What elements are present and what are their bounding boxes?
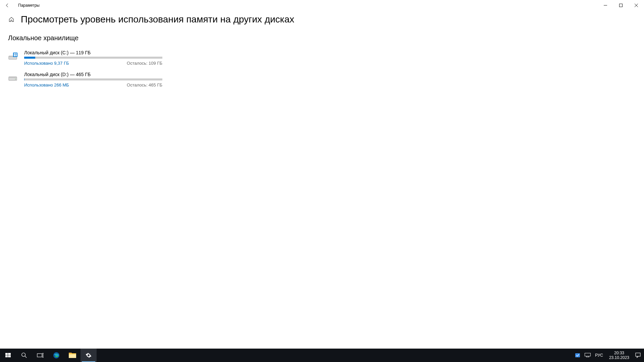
minimize-button[interactable]: [598, 0, 613, 11]
svg-rect-16: [5, 355, 8, 357]
svg-rect-28: [585, 353, 590, 356]
section-title: Локальное хранилище: [8, 34, 636, 42]
svg-rect-10: [15, 55, 17, 56]
tray-notifications-icon[interactable]: [634, 349, 642, 362]
edge-app-icon[interactable]: [48, 349, 64, 362]
svg-rect-1: [620, 4, 623, 7]
disk-list: Локальный диск (C:) — 119 ГБ Использован…: [8, 50, 636, 87]
tray-time: 20:33: [609, 351, 629, 355]
start-button[interactable]: [0, 349, 16, 362]
svg-rect-6: [13, 53, 17, 57]
page-title: Просмотреть уровень использования памяти…: [21, 14, 294, 25]
disk-name: Локальный диск (D:) — 465 ГБ: [24, 72, 162, 77]
svg-rect-9: [14, 55, 15, 56]
svg-rect-8: [15, 53, 17, 55]
free-label: Осталось: 109 ГБ: [127, 61, 162, 66]
svg-rect-32: [636, 353, 640, 356]
svg-rect-27: [575, 353, 580, 357]
svg-point-13: [15, 79, 16, 79]
used-label: Использовано 9,37 ГБ: [24, 61, 69, 66]
tray-security-icon[interactable]: [574, 349, 582, 362]
titlebar: Параметры: [0, 0, 644, 11]
svg-rect-17: [8, 355, 11, 357]
usage-fill: [24, 57, 35, 59]
free-label: Осталось: 465 ГБ: [127, 82, 162, 87]
svg-rect-20: [37, 354, 42, 357]
window-title: Параметры: [18, 3, 40, 8]
usage-bar: [24, 78, 162, 80]
home-button[interactable]: [8, 16, 15, 23]
disk-item[interactable]: Локальный диск (D:) — 465 ГБ Использован…: [8, 72, 162, 87]
disk-name: Локальный диск (C:) — 119 ГБ: [24, 50, 162, 55]
used-label: Использовано 266 МБ: [24, 82, 69, 87]
svg-rect-7: [14, 53, 15, 55]
content-area: Просмотреть уровень использования памяти…: [0, 11, 644, 87]
maximize-button[interactable]: [613, 0, 629, 11]
drive-icon: [8, 74, 18, 83]
svg-rect-14: [5, 353, 8, 355]
tray-keyboard-icon[interactable]: [584, 349, 592, 362]
tray-date: 23.10.2023: [609, 355, 629, 360]
back-button[interactable]: [3, 1, 11, 9]
file-explorer-icon[interactable]: [64, 349, 80, 362]
usage-fill: [24, 78, 24, 80]
drive-icon: [8, 52, 18, 61]
disk-item[interactable]: Локальный диск (C:) — 119 ГБ Использован…: [8, 50, 162, 66]
usage-bar: [24, 57, 162, 59]
svg-rect-26: [69, 354, 76, 358]
tray-clock[interactable]: 20:33 23.10.2023: [606, 351, 632, 360]
svg-point-18: [22, 353, 25, 357]
taskbar: РУС 20:33 23.10.2023: [0, 349, 644, 362]
tray-language[interactable]: РУС: [594, 353, 604, 358]
task-view-button[interactable]: [32, 349, 48, 362]
close-button[interactable]: [629, 0, 644, 11]
search-button[interactable]: [16, 349, 32, 362]
svg-rect-12: [9, 77, 17, 78]
svg-line-19: [25, 356, 27, 358]
settings-app-icon[interactable]: [80, 349, 97, 362]
svg-rect-15: [8, 353, 11, 355]
